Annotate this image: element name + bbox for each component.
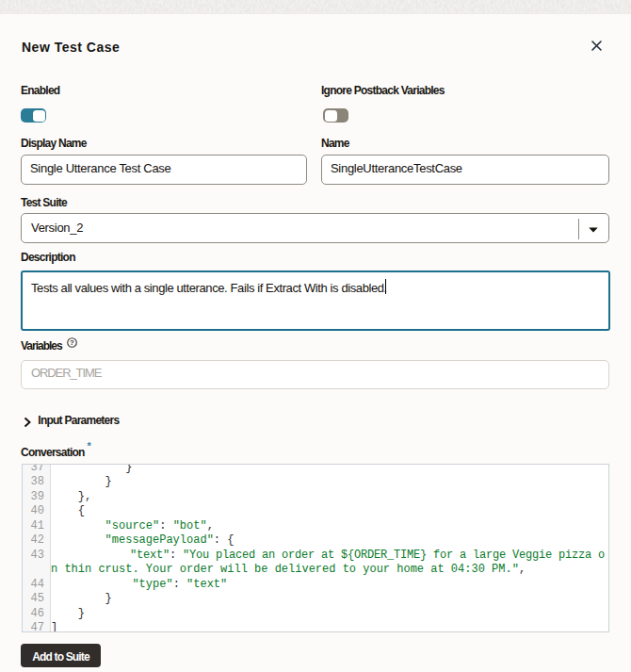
- svg-text:?: ?: [70, 338, 74, 347]
